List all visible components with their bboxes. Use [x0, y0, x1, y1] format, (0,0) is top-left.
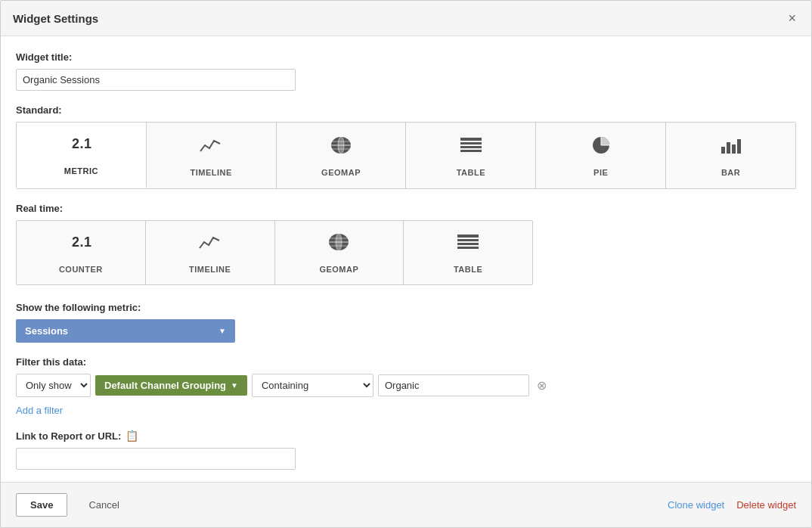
realtime-types-grid: 2.1 COUNTER TIMELINE [16, 220, 533, 285]
svg-text:2.1: 2.1 [72, 136, 92, 151]
standard-label: Standard: [16, 104, 796, 116]
standard-bar-label: BAR [721, 168, 740, 177]
svg-rect-23 [457, 234, 479, 238]
realtime-geomap-label: GEOMAP [319, 265, 358, 274]
link-url-input[interactable] [16, 448, 296, 470]
footer-right-actions: Clone widget Delete widget [668, 499, 796, 511]
realtime-type-geomap[interactable]: GEOMAP [275, 221, 404, 284]
widget-title-section: Widget title: [16, 51, 796, 91]
metric-value: Sessions [25, 325, 68, 337]
metric-label: Show the following metric: [16, 302, 796, 313]
realtime-type-table[interactable]: TABLE [404, 221, 532, 284]
svg-rect-14 [727, 142, 730, 154]
standard-type-timeline[interactable]: TIMELINE [147, 123, 277, 188]
dialog-footer: Save Cancel Clone widget Delete widget [1, 482, 811, 527]
standard-timeline-label: TIMELINE [191, 168, 232, 177]
metric-dropdown[interactable]: Sessions ▼ [16, 319, 235, 343]
svg-rect-13 [721, 147, 725, 154]
realtime-table-icon [456, 231, 480, 260]
bar-icon [719, 135, 743, 163]
clone-widget-button[interactable]: Clone widget [668, 499, 724, 511]
footer-left-actions: Save Cancel [16, 493, 133, 517]
standard-metric-label: METRIC [64, 166, 98, 175]
link-label: Link to Report or URL: 📋 [16, 430, 796, 442]
standard-section: Standard: 2.1 METRIC [16, 104, 796, 189]
realtime-counter-label: COUNTER [59, 265, 103, 274]
svg-rect-9 [460, 150, 482, 152]
realtime-label: Real time: [16, 203, 796, 214]
svg-rect-26 [457, 247, 479, 249]
close-button[interactable]: × [785, 11, 799, 25]
svg-rect-6 [460, 138, 482, 141]
delete-widget-button[interactable]: Delete widget [736, 499, 796, 511]
svg-rect-7 [460, 142, 482, 144]
table-icon [459, 135, 483, 163]
filter-row: Only show Default Channel Grouping ▼ Con… [16, 374, 796, 397]
realtime-timeline-label: TIMELINE [189, 265, 231, 274]
filter-only-show-select[interactable]: Only show [16, 374, 91, 397]
filter-remove-button[interactable]: ⊗ [534, 378, 550, 393]
standard-type-table[interactable]: TABLE [406, 123, 536, 188]
dialog-body: Widget title: Standard: 2.1 METRIC [1, 36, 811, 482]
svg-rect-24 [457, 239, 479, 241]
save-button[interactable]: Save [16, 493, 67, 517]
timeline-icon [199, 135, 223, 163]
metric-icon: 2.1 [69, 133, 93, 162]
link-icon: 📋 [126, 430, 138, 442]
link-section: Link to Report or URL: 📋 [16, 430, 796, 470]
standard-type-bar[interactable]: BAR [666, 123, 795, 188]
svg-rect-8 [460, 146, 482, 148]
cancel-button[interactable]: Cancel [75, 493, 132, 517]
filter-channel-button[interactable]: Default Channel Grouping ▼ [95, 375, 247, 396]
filter-containing-select[interactable]: Containing Not Containing Exactly Matchi… [252, 374, 373, 397]
filter-value-input[interactable] [378, 374, 529, 396]
realtime-geomap-icon [327, 231, 351, 260]
metric-dropdown-arrow: ▼ [218, 327, 226, 335]
counter-number-icon: 2.1 [69, 231, 93, 260]
svg-rect-16 [737, 139, 741, 154]
realtime-type-counter[interactable]: 2.1 COUNTER [17, 221, 146, 284]
realtime-table-label: TABLE [454, 265, 482, 274]
filter-channel-arrow: ▼ [231, 381, 238, 390]
filter-label: Filter this data: [16, 356, 796, 368]
widget-title-label: Widget title: [16, 51, 796, 63]
realtime-section: Real time: 2.1 COUNTER [16, 203, 796, 285]
svg-text:2.1: 2.1 [72, 234, 92, 250]
standard-types-grid: 2.1 METRIC TIMELINE [16, 122, 796, 189]
realtime-type-timeline[interactable]: TIMELINE [146, 221, 275, 284]
standard-type-geomap[interactable]: GEOMAP [277, 123, 407, 188]
realtime-timeline-icon [198, 231, 222, 260]
standard-pie-label: PIE [594, 168, 608, 177]
svg-rect-25 [457, 243, 479, 245]
standard-type-metric[interactable]: 2.1 METRIC [17, 123, 147, 188]
metric-section: Show the following metric: Sessions ▼ [16, 302, 796, 343]
pie-icon [589, 135, 613, 163]
geomap-icon [329, 135, 353, 163]
svg-rect-15 [732, 144, 736, 154]
link-label-text: Link to Report or URL: [16, 430, 121, 442]
standard-type-pie[interactable]: PIE [536, 123, 666, 188]
dialog-title: Widget Settings [13, 12, 98, 25]
standard-geomap-label: GEOMAP [321, 168, 361, 177]
filter-channel-label: Default Channel Grouping [104, 380, 226, 391]
widget-title-input[interactable] [16, 69, 296, 91]
dialog-header: Widget Settings × [1, 1, 811, 36]
filter-section: Filter this data: Only show Default Chan… [16, 356, 796, 416]
add-filter-link[interactable]: Add a filter [16, 405, 63, 416]
widget-settings-dialog: Widget Settings × Widget title: Standard… [0, 0, 812, 528]
standard-table-label: TABLE [457, 168, 485, 177]
